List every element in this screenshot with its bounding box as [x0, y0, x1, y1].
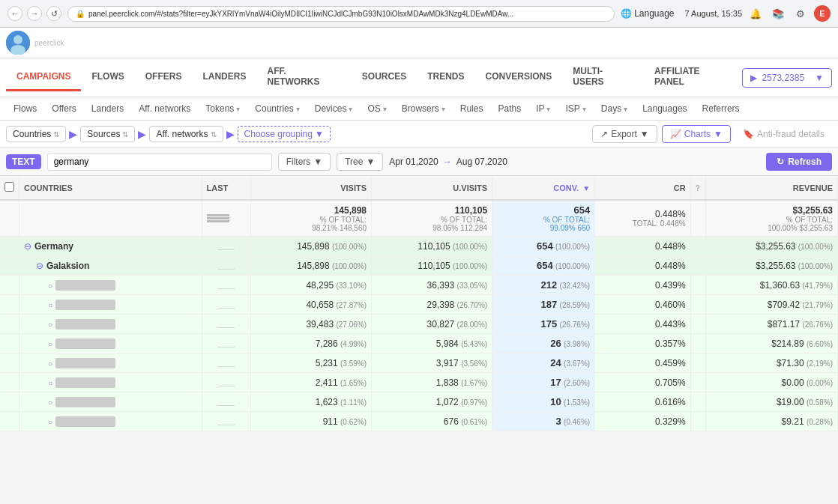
main-nav-item-offers[interactable]: OFFERS	[135, 64, 193, 91]
row-country-cell: ⊖Galaksion	[19, 256, 202, 276]
reload-button[interactable]: ↺	[46, 6, 61, 21]
row-help-cell	[690, 276, 705, 295]
main-nav-item-trends[interactable]: TRENDS	[417, 64, 474, 91]
refresh-button[interactable]: ↻ Refresh	[766, 153, 832, 171]
sub-nav-item-paths[interactable]: Paths	[490, 97, 528, 120]
th-uvisits[interactable]: U.VISITS	[372, 176, 492, 200]
expand-icon[interactable]: ⊖	[36, 261, 43, 271]
circle-icon: ○	[48, 379, 52, 387]
row-help-cell	[690, 295, 705, 315]
th-help[interactable]: ?	[690, 176, 705, 200]
select-all-checkbox[interactable]	[4, 182, 14, 192]
expand-icon[interactable]: ⊖	[24, 241, 31, 252]
date-to: Aug 07,2020	[456, 157, 507, 167]
forward-button[interactable]: →	[27, 6, 42, 21]
total-conv-cell: 654 % OF TOTAL: 99.09% 660	[492, 200, 595, 237]
browser-url-bar[interactable]: 🔒 panel.peerclick.com/#/stats?filter=eyJ…	[67, 6, 615, 22]
settings-button[interactable]: ⚙	[792, 4, 810, 22]
main-nav-item-multi-users[interactable]: MULTI-USERS	[562, 58, 644, 97]
sub-nav-item-referrers[interactable]: Referrers	[695, 97, 747, 120]
row-revenue-cell: $214.89 (6.60%)	[705, 334, 837, 353]
main-nav-item-affiliate-panel[interactable]: AFFILIATE PANEL	[644, 58, 742, 97]
countries-filter-chip[interactable]: Countries ⇅	[6, 126, 66, 142]
sub-nav-item-devices[interactable]: Devices▾	[307, 97, 361, 120]
play-icon: ▶	[750, 73, 757, 83]
row-help-cell	[690, 353, 705, 373]
row-checkbox-cell	[0, 276, 19, 295]
row-conv-cell: 24 (3.67%)	[492, 353, 595, 373]
main-nav-item-flows[interactable]: FLOWS	[81, 64, 134, 91]
profile-button[interactable]: E	[814, 5, 831, 22]
sub-nav-item-days[interactable]: Days▾	[594, 97, 635, 120]
notifications-button[interactable]: 🔔	[747, 4, 765, 22]
row-revenue-cell: $1,360.63 (41.79%)	[705, 276, 837, 295]
language-selector[interactable]: 🌐 Language	[621, 8, 674, 19]
refresh-icon: ↻	[777, 157, 784, 167]
sub-nav-item-tokens[interactable]: Tokens▾	[198, 97, 247, 120]
sub-nav-item-languages[interactable]: Languages	[635, 97, 694, 120]
main-nav-item-campaigns[interactable]: CAMPAIGNS	[6, 64, 81, 91]
filter-bar: Countries ⇅ ▶ Sources ⇅ ▶ Aff. networks …	[0, 121, 838, 148]
th-last[interactable]: LAST	[202, 176, 250, 200]
row-last-cell: ____	[202, 237, 250, 256]
search-input[interactable]	[47, 153, 272, 171]
total-visits-cell: 145,898 % OF TOTAL: 98.21% 148,560	[250, 200, 371, 237]
th-conv[interactable]: CONV. ▼	[492, 176, 595, 200]
filters-button[interactable]: Filters ▼	[278, 153, 331, 171]
anti-fraud-button[interactable]: 🔖 Anti-fraud details	[735, 126, 832, 142]
sub-nav-item-landers[interactable]: Landers	[84, 97, 131, 120]
main-nav-item-conversions[interactable]: CONVERSIONS	[475, 64, 563, 91]
row-uvisits-cell: 36,393 (33.05%)	[372, 276, 492, 295]
back-button[interactable]: ←	[7, 6, 22, 21]
th-visits[interactable]: VISITS	[250, 176, 371, 200]
sources-filter-chip[interactable]: Sources ⇅	[80, 126, 135, 142]
row-last-cell: ____	[202, 353, 250, 373]
row-uvisits-cell: 30,827 (28.00%)	[372, 315, 492, 334]
play-button[interactable]: ▶ 2573,2385 ▼	[742, 68, 832, 88]
app-logo-text: peerclick	[34, 39, 64, 47]
choose-grouping-button[interactable]: Choose grouping ▼	[238, 126, 331, 142]
extensions-button[interactable]: 📚	[769, 4, 787, 22]
main-nav-item-landers[interactable]: LANDERS	[192, 64, 256, 91]
row-conv-cell: 3 (0.46%)	[492, 412, 595, 431]
circle-icon: ○	[48, 282, 52, 290]
url-text: panel.peerclick.com/#/stats?filter=eyJkY…	[88, 10, 513, 18]
sub-nav-item-ip[interactable]: IP▾	[528, 97, 558, 120]
tree-arrow: ▼	[366, 157, 375, 167]
table-row: ○ ____ 5,231 (3.59%) 3,917 (3.56%) 24 (3…	[0, 353, 838, 373]
sub-nav-item-countries[interactable]: Countries▾	[247, 97, 307, 120]
circle-icon: ○	[48, 321, 52, 329]
row-cr-cell: 0.448%	[595, 237, 691, 256]
filter-breadcrumb: Countries ⇅ ▶ Sources ⇅ ▶ Aff. networks …	[6, 126, 331, 142]
charts-button[interactable]: 📈 Charts ▼	[662, 125, 731, 143]
th-checkbox	[0, 176, 19, 200]
row-checkbox-cell	[0, 295, 19, 315]
main-nav-item-aff--networks[interactable]: AFF. NETWORKS	[256, 58, 351, 97]
choose-grouping-arrow: ▼	[315, 129, 324, 139]
row-name	[55, 280, 115, 291]
sub-nav-item-os[interactable]: OS▾	[360, 97, 394, 120]
row-revenue-cell: $71.30 (2.19%)	[705, 353, 837, 373]
export-label: Export	[611, 129, 637, 139]
sub-nav-item-flows[interactable]: Flows	[6, 97, 44, 120]
dropdown-arrow-icon: ▾	[236, 105, 240, 113]
main-nav-item-sources[interactable]: SOURCES	[352, 64, 417, 91]
row-visits-cell: 5,231 (3.59%)	[250, 353, 371, 373]
row-visits-cell: 145,898 (100.00%)	[250, 237, 371, 256]
aff-networks-filter-chip[interactable]: Aff. networks ⇅	[149, 126, 223, 142]
play-label: 2573,2385	[762, 73, 804, 83]
tree-button[interactable]: Tree ▼	[337, 153, 383, 171]
avatar-icon	[6, 31, 30, 55]
sub-nav-item-aff--networks[interactable]: Aff. networks	[131, 97, 198, 120]
export-button[interactable]: ↗ Export ▼	[592, 125, 657, 143]
sub-nav-item-browsers[interactable]: Browsers▾	[394, 97, 453, 120]
th-revenue[interactable]: REVENUE	[705, 176, 837, 200]
sub-nav-item-offers[interactable]: Offers	[44, 97, 83, 120]
th-cr[interactable]: CR	[595, 176, 691, 200]
anti-fraud-label: Anti-fraud details	[757, 129, 825, 139]
export-icon: ↗	[600, 129, 608, 139]
dropdown-arrow-icon: ▾	[349, 105, 352, 113]
sub-nav-item-rules[interactable]: Rules	[453, 97, 491, 120]
sub-nav-item-isp[interactable]: ISP▾	[558, 97, 593, 120]
sort-arrow-icon: ▼	[582, 184, 590, 192]
